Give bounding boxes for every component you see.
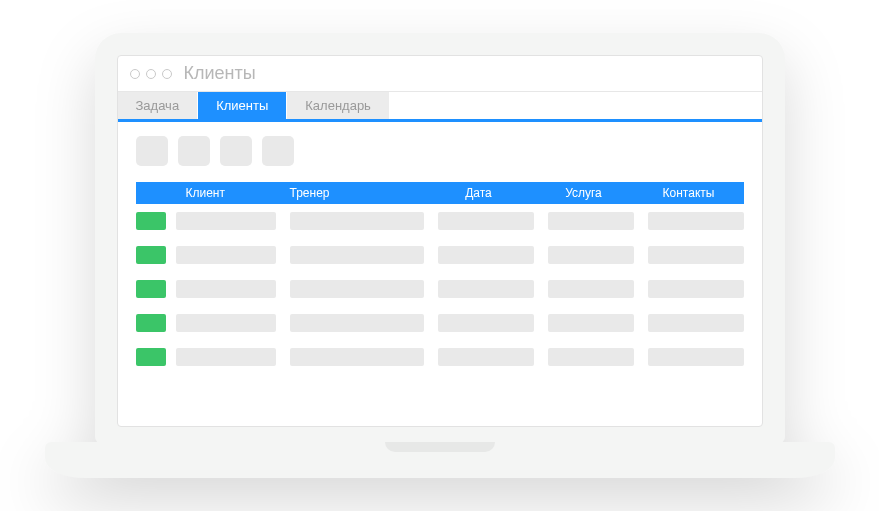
screen-bezel: Клиенты Задача Клиенты Календарь Клиен (95, 33, 785, 443)
table-row[interactable] (136, 272, 744, 306)
tab-calendar[interactable]: Календарь (287, 92, 389, 119)
tab-task[interactable]: Задача (118, 92, 198, 119)
table-header: Клиент Тренер Дата Услуга Контакты (136, 182, 744, 204)
table-row[interactable] (136, 238, 744, 272)
maximize-icon[interactable] (162, 69, 172, 79)
status-badge (136, 348, 166, 366)
status-badge (136, 314, 166, 332)
cell-client (176, 314, 276, 332)
laptop-base (45, 442, 835, 478)
cell-trainer (290, 348, 424, 366)
tab-bar: Задача Клиенты Календарь (118, 92, 762, 122)
cell-client (176, 280, 276, 298)
window-controls[interactable] (130, 69, 172, 79)
app-window: Клиенты Задача Клиенты Календарь Клиен (117, 55, 763, 427)
cell-service (548, 246, 634, 264)
cell-trainer (290, 246, 424, 264)
cell-client (176, 348, 276, 366)
col-trainer[interactable]: Тренер (286, 186, 424, 200)
cell-client (176, 246, 276, 264)
cell-trainer (290, 314, 424, 332)
toolbar-button-2[interactable] (178, 136, 210, 166)
cell-date (438, 280, 534, 298)
cell-date (438, 212, 534, 230)
cell-trainer (290, 212, 424, 230)
toolbar-button-3[interactable] (220, 136, 252, 166)
table-row[interactable] (136, 340, 744, 374)
cell-contact (648, 280, 744, 298)
cell-trainer (290, 280, 424, 298)
table-row[interactable] (136, 204, 744, 238)
cell-service (548, 348, 634, 366)
tab-clients[interactable]: Клиенты (198, 92, 286, 119)
col-service[interactable]: Услуга (534, 186, 634, 200)
minimize-icon[interactable] (146, 69, 156, 79)
cell-service (548, 280, 634, 298)
cell-contact (648, 246, 744, 264)
cell-date (438, 314, 534, 332)
laptop-frame: Клиенты Задача Клиенты Календарь Клиен (45, 33, 835, 478)
window-title: Клиенты (184, 63, 256, 84)
status-badge (136, 280, 166, 298)
cell-contact (648, 314, 744, 332)
col-client[interactable]: Клиент (176, 186, 286, 200)
cell-client (176, 212, 276, 230)
col-contact[interactable]: Контакты (634, 186, 744, 200)
status-badge (136, 246, 166, 264)
clients-table: Клиент Тренер Дата Услуга Контакты (136, 182, 744, 374)
cell-service (548, 212, 634, 230)
cell-date (438, 246, 534, 264)
cell-contact (648, 212, 744, 230)
col-date[interactable]: Дата (424, 186, 534, 200)
status-badge (136, 212, 166, 230)
close-icon[interactable] (130, 69, 140, 79)
cell-contact (648, 348, 744, 366)
cell-service (548, 314, 634, 332)
toolbar (136, 136, 744, 166)
table-body (136, 204, 744, 374)
cell-date (438, 348, 534, 366)
toolbar-button-1[interactable] (136, 136, 168, 166)
toolbar-button-4[interactable] (262, 136, 294, 166)
table-row[interactable] (136, 306, 744, 340)
content-area: Клиент Тренер Дата Услуга Контакты (118, 122, 762, 426)
window-titlebar: Клиенты (118, 56, 762, 92)
